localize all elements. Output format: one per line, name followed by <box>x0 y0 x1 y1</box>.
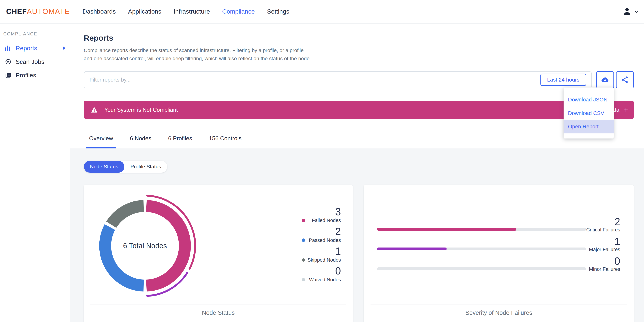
node-status-donut-chart[interactable]: 6 Total Nodes <box>92 192 198 299</box>
main-content: Reports Compliance reports describe the … <box>70 24 644 322</box>
major-bar-fill <box>377 248 447 250</box>
toggle-node-status[interactable]: Node Status <box>84 161 124 173</box>
minor-failures-row: 0 Minor Failures <box>364 252 634 271</box>
submenu-arrow-icon <box>63 46 66 50</box>
page-description: Compliance reports describe the status o… <box>84 46 312 62</box>
cloud-download-icon <box>600 75 610 84</box>
report-tabs: Overview 6 Nodes 6 Profiles 156 Controls <box>84 119 634 148</box>
nav-applications[interactable]: Applications <box>122 0 167 23</box>
menu-item-download-csv[interactable]: Download CSV <box>564 106 614 120</box>
major-failures-row: 1 Major Failures <box>364 232 634 252</box>
critical-failures-row: 2 Critical Failures <box>364 212 634 232</box>
tab-nodes[interactable]: 6 Nodes <box>127 135 154 148</box>
skipped-dot-icon <box>302 258 305 262</box>
page-title: Reports <box>84 34 634 42</box>
sidebar-item-profiles[interactable]: Profiles <box>0 68 70 82</box>
sidebar-item-reports[interactable]: Reports <box>0 42 70 55</box>
radar-icon <box>5 58 13 65</box>
passed-dot-icon <box>302 238 305 242</box>
share-icon <box>620 76 629 84</box>
node-status-card: 6 Total Nodes 3 Failed Nodes 2 Passed No… <box>84 185 353 322</box>
share-button[interactable] <box>616 71 634 88</box>
legend-item-skipped: 1 Skipped Nodes <box>295 246 341 263</box>
toggle-profile-status[interactable]: Profile Status <box>124 161 167 173</box>
filter-bar: Last 24 hours <box>84 71 592 88</box>
sidebar-item-scan-jobs[interactable]: Scan Jobs <box>0 55 70 68</box>
download-menu: Download JSON Download CSV Open Report <box>564 88 614 138</box>
chef-automate-logo[interactable]: CHEFAUTOMATE <box>6 7 70 16</box>
minor-bar-track <box>377 268 586 270</box>
sidebar-section-label: COMPLIANCE <box>3 31 70 36</box>
filter-toolbar: Last 24 hours <box>84 71 634 88</box>
tab-controls[interactable]: 156 Controls <box>206 135 244 148</box>
overview-panel: Node Status Profile Status 6 Total Nodes… <box>70 148 644 322</box>
compliance-sidebar: COMPLIANCE Reports Scan Jobs Profiles <box>0 24 70 322</box>
sidebar-item-label: Profiles <box>16 72 36 79</box>
main-nav: Dashboards Applications Infrastructure C… <box>76 0 295 23</box>
nav-dashboards[interactable]: Dashboards <box>76 0 122 23</box>
person-icon[interactable] <box>622 7 632 16</box>
legend-item-waived: 0 Waived Nodes <box>295 266 341 282</box>
critical-bar-track <box>377 228 586 231</box>
card-divider <box>90 304 346 304</box>
nav-infrastructure[interactable]: Infrastructure <box>167 0 216 23</box>
logo-automate-text: AUTOMATE <box>27 7 70 16</box>
nav-compliance[interactable]: Compliance <box>216 0 261 23</box>
chevron-down-icon[interactable] <box>634 9 639 14</box>
menu-item-open-report[interactable]: Open Report <box>564 120 614 134</box>
compliance-status-banner: Your System is Not Compliant Report Meta… <box>84 101 634 119</box>
warning-triangle-icon <box>91 106 98 113</box>
plus-icon[interactable]: + <box>624 106 628 114</box>
status-toggle: Node Status Profile Status <box>84 161 167 173</box>
severity-caption: Severity of Node Failures <box>364 309 634 316</box>
menu-item-download-json[interactable]: Download JSON <box>564 93 614 106</box>
top-navigation-bar: CHEFAUTOMATE Dashboards Applications Inf… <box>0 0 644 24</box>
waived-dot-icon <box>302 278 305 281</box>
card-divider <box>370 304 627 304</box>
time-range-button[interactable]: Last 24 hours <box>540 74 586 86</box>
failed-dot-icon <box>302 219 305 222</box>
logo-chef-text: CHEF <box>6 7 27 16</box>
sidebar-item-label: Reports <box>16 45 37 52</box>
node-status-caption: Node Status <box>84 309 353 316</box>
node-status-legend: 3 Failed Nodes 2 Passed Nodes 1 Skipped … <box>295 206 341 285</box>
major-bar-track <box>377 248 586 250</box>
tab-overview[interactable]: Overview <box>86 135 116 148</box>
banner-message: Your System is Not Compliant <box>104 107 178 113</box>
severity-card: 2 Critical Failures 1 Major Failures 0 M… <box>364 185 634 322</box>
nav-settings[interactable]: Settings <box>261 0 295 23</box>
sidebar-item-label: Scan Jobs <box>16 58 44 65</box>
filter-reports-input[interactable] <box>84 77 540 83</box>
download-button[interactable] <box>596 71 614 88</box>
documents-icon <box>5 72 13 78</box>
tab-profiles[interactable]: 6 Profiles <box>165 135 195 148</box>
bar-chart-icon <box>5 46 13 51</box>
critical-bar-fill <box>377 228 516 231</box>
legend-item-failed: 3 Failed Nodes <box>295 206 341 224</box>
legend-item-passed: 2 Passed Nodes <box>295 226 341 243</box>
